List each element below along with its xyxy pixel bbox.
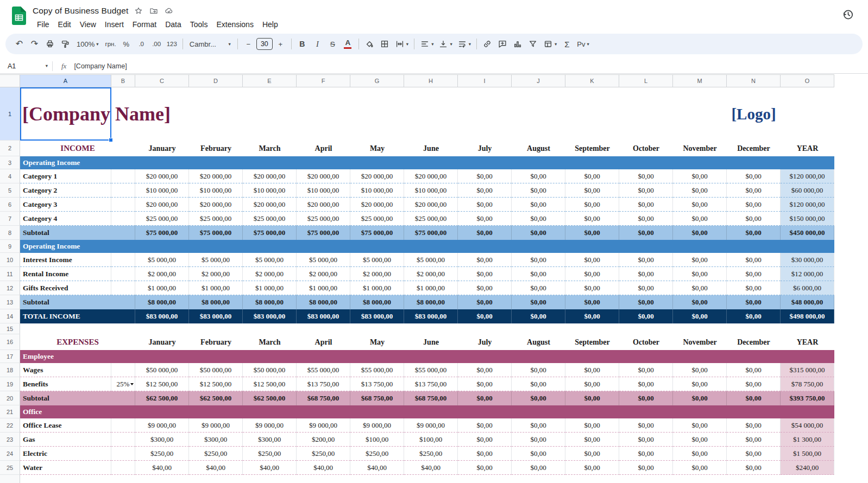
cell-O15[interactable] [781, 323, 834, 334]
value-cell[interactable]: $0,00 [673, 363, 727, 377]
value-cell[interactable]: $83 000,00 [350, 309, 404, 323]
value-cell[interactable]: $2 000,00 [297, 267, 350, 281]
value-cell[interactable]: $300,00 [243, 433, 297, 447]
month-header[interactable]: April [297, 334, 350, 350]
value-cell[interactable]: $13 750,00 [297, 377, 350, 391]
cell-K15[interactable] [565, 323, 619, 334]
value-cell[interactable]: $8 000,00 [404, 295, 458, 309]
star-icon[interactable] [134, 6, 143, 16]
value-cell[interactable]: $40,00 [404, 461, 458, 475]
column-header-A[interactable]: A [20, 74, 111, 87]
cell-H15[interactable] [404, 323, 458, 334]
cell-E1[interactable] [243, 87, 297, 141]
value-cell[interactable]: $10 000,00 [350, 183, 404, 198]
paint-format-button[interactable] [58, 36, 72, 52]
column-header-N[interactable]: N [727, 74, 781, 87]
value-cell[interactable]: $0,00 [727, 183, 781, 198]
row-label[interactable]: Category 2 [20, 183, 111, 198]
value-cell[interactable]: $0,00 [619, 169, 673, 183]
value-cell[interactable]: $0,00 [565, 309, 619, 323]
cell-N1[interactable] [727, 87, 781, 141]
column-header-E[interactable]: E [243, 74, 297, 87]
value-cell[interactable]: $0,00 [565, 447, 619, 461]
cell-E26[interactable] [243, 475, 297, 483]
value-cell[interactable]: $0,00 [619, 309, 673, 323]
name-box[interactable]: A1 ▾ [0, 62, 52, 70]
year-value-cell[interactable]: $54 000,00 [781, 418, 834, 433]
text-color-button[interactable]: A [341, 36, 355, 52]
value-cell[interactable]: $0,00 [458, 433, 512, 447]
value-cell[interactable]: $0,00 [619, 295, 673, 309]
cell-G26[interactable] [350, 475, 404, 483]
cell-D1[interactable] [189, 87, 243, 141]
percent-cell[interactable] [111, 447, 135, 461]
value-cell[interactable]: $2 000,00 [189, 267, 243, 281]
value-cell[interactable]: $0,00 [727, 198, 781, 212]
cell-H26[interactable] [404, 475, 458, 483]
menu-edit[interactable]: Edit [54, 19, 76, 30]
cell-O1[interactable] [781, 87, 834, 141]
move-to-folder-icon[interactable] [149, 6, 159, 16]
cell-F15[interactable] [297, 323, 350, 334]
cell-L15[interactable] [619, 323, 673, 334]
functions-button[interactable]: Σ [559, 36, 574, 52]
value-cell[interactable]: $0,00 [673, 183, 727, 198]
value-cell[interactable]: $0,00 [619, 418, 673, 433]
value-cell[interactable]: $0,00 [565, 418, 619, 433]
year-value-cell[interactable]: $150 000,00 [781, 212, 834, 226]
cell-L1[interactable] [619, 87, 673, 141]
value-cell[interactable]: $68 750,00 [404, 391, 458, 405]
text-wrap-button[interactable]: ▾ [455, 36, 473, 52]
value-cell[interactable]: $25 000,00 [297, 212, 350, 226]
value-cell[interactable]: $0,00 [512, 183, 565, 198]
value-cell[interactable]: $0,00 [458, 461, 512, 475]
value-cell[interactable]: $20 000,00 [404, 198, 458, 212]
value-cell[interactable]: $0,00 [512, 295, 565, 309]
cell-K1[interactable] [565, 87, 619, 141]
percent-cell[interactable]: 25% [111, 377, 135, 391]
value-cell[interactable]: $20 000,00 [243, 198, 297, 212]
value-cell[interactable]: $0,00 [673, 281, 727, 295]
value-cell[interactable]: $25 000,00 [135, 212, 189, 226]
cell-G1[interactable] [350, 87, 404, 141]
value-cell[interactable]: $40,00 [135, 461, 189, 475]
percent-cell[interactable] [111, 281, 135, 295]
cell-F1[interactable] [297, 87, 350, 141]
value-cell[interactable]: $9 000,00 [404, 418, 458, 433]
cell-A26[interactable] [20, 475, 111, 483]
cell-I26[interactable] [458, 475, 512, 483]
row-header-17[interactable]: 17 [0, 350, 20, 363]
value-cell[interactable]: $0,00 [458, 198, 512, 212]
year-value-cell[interactable]: $450 000,00 [781, 226, 834, 240]
month-header[interactable]: November [673, 334, 727, 350]
value-cell[interactable]: $75 000,00 [404, 226, 458, 240]
value-cell[interactable]: $20 000,00 [135, 169, 189, 183]
percent-cell[interactable] [111, 253, 135, 267]
month-header[interactable]: October [619, 334, 673, 350]
percent-cell[interactable] [111, 267, 135, 281]
value-cell[interactable]: $1 000,00 [243, 281, 297, 295]
value-cell[interactable]: $1 000,00 [189, 281, 243, 295]
value-cell[interactable]: $25 000,00 [189, 212, 243, 226]
cell-F26[interactable] [297, 475, 350, 483]
value-cell[interactable]: $40,00 [243, 461, 297, 475]
cell-M26[interactable] [673, 475, 727, 483]
row-header-22[interactable]: 22 [0, 418, 20, 433]
row-label[interactable]: Subtotal [20, 391, 135, 405]
select-all-corner[interactable] [0, 74, 20, 87]
value-cell[interactable]: $0,00 [512, 212, 565, 226]
google-sheets-logo-icon[interactable] [12, 7, 26, 25]
column-header-M[interactable]: M [673, 74, 727, 87]
value-cell[interactable]: $0,00 [673, 198, 727, 212]
value-cell[interactable]: $0,00 [727, 212, 781, 226]
value-cell[interactable]: $250,00 [350, 447, 404, 461]
decrease-decimal-button[interactable]: .0 [134, 36, 149, 52]
value-cell[interactable]: $0,00 [458, 363, 512, 377]
menu-tools[interactable]: Tools [186, 19, 212, 30]
currency-format-button[interactable]: грн. [103, 36, 118, 52]
value-cell[interactable]: $0,00 [565, 363, 619, 377]
row-header-14[interactable]: 14 [0, 309, 20, 323]
value-cell[interactable]: $20 000,00 [350, 198, 404, 212]
create-filter-button[interactable] [526, 36, 540, 52]
column-header-H[interactable]: H [404, 74, 458, 87]
